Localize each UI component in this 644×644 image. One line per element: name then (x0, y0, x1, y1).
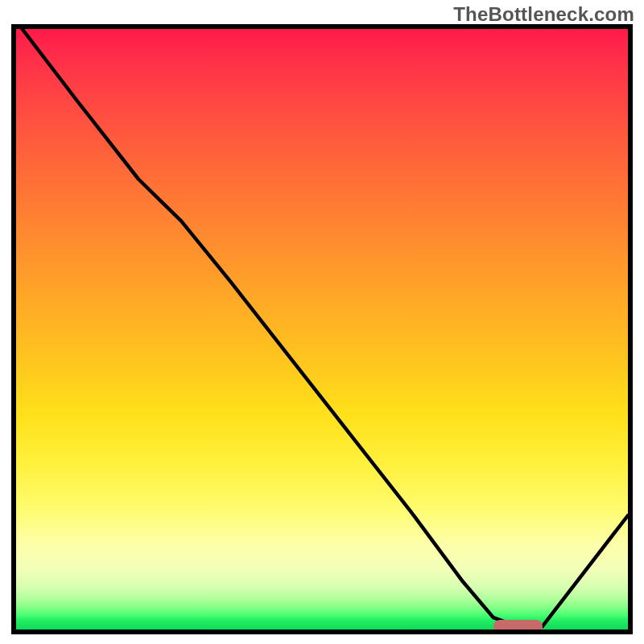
watermark-text: TheBottleneck.com (453, 3, 634, 26)
curve-path (23, 29, 628, 626)
chart-container: TheBottleneck.com (0, 0, 644, 644)
chart-frame (11, 24, 633, 634)
bottleneck-curve (16, 29, 628, 630)
optimal-range-marker (493, 620, 543, 633)
